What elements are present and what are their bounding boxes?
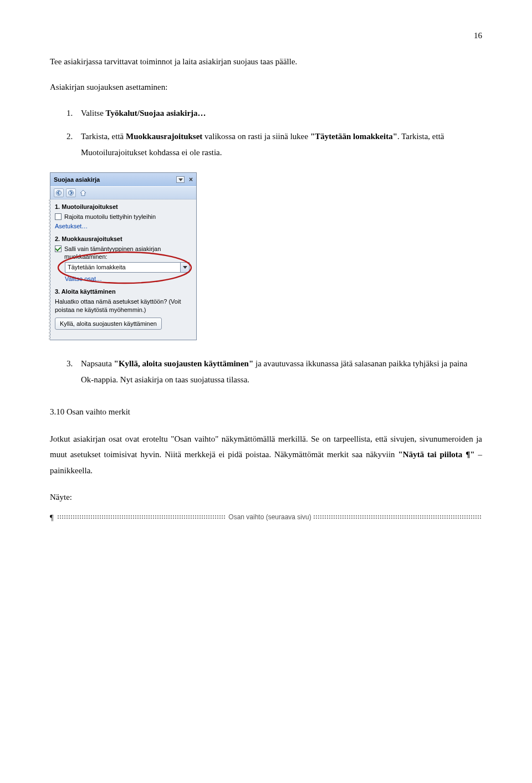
page-number: 16 (50, 28, 482, 44)
checkbox-restrict-formatting[interactable]: Rajoita muotoilu tiettyihin tyyleihin (55, 213, 192, 221)
text-bold: Muokkausrajoitukset (126, 132, 202, 141)
figure-taskpane: Suojaa asiakirja × 1. Muotoilurajoitukse… (50, 172, 482, 340)
combobox-value: Täytetään lomakkeita (68, 263, 126, 272)
text: Valitse (81, 109, 106, 117)
section-break-label: Osan vaihto (seuraava sivu) (226, 511, 313, 524)
pilcrow-icon: ¶ (50, 511, 53, 526)
paragraph-subheading: Asiakirjan suojauksen asettaminen: (50, 79, 482, 95)
checkbox-unchecked-icon (55, 213, 62, 220)
list-item-1: 1. Valitse Työkalut/Suojaa asiakirja… (50, 105, 482, 121)
checkbox-checked-icon (55, 245, 62, 252)
section-3-text: Haluatko ottaa nämä asetukset käyttöön? … (55, 298, 192, 314)
section-3: 3. Aloita käyttäminen Haluatko ottaa näm… (55, 288, 192, 330)
section-2-heading: 2. Muokkausrajoitukset (55, 235, 192, 243)
pane-nav (50, 186, 196, 199)
checkbox-label: Salli vain tämäntyyppinen asiakirjan muo… (64, 245, 192, 262)
start-enforcing-button[interactable]: Kyllä, aloita suojausten käyttäminen (55, 318, 162, 330)
section-break-dots-right (314, 515, 482, 519)
text: valikossa on rasti ja siinä lukee (202, 132, 310, 141)
ordered-list-1: 1. Valitse Työkalut/Suojaa asiakirja… 2.… (50, 105, 482, 161)
list-item-3: 3. Napsauta "Kyllä, aloita suojausten kä… (50, 356, 482, 387)
link-select-sections[interactable]: Valitse osat… (65, 275, 192, 283)
list-number: 1. (66, 105, 81, 121)
ordered-list-2: 3. Napsauta "Kyllä, aloita suojausten kä… (50, 356, 482, 387)
close-icon[interactable]: × (189, 175, 193, 184)
list-body: Napsauta "Kyllä, aloita suojausten käytt… (81, 356, 482, 387)
nav-back-button[interactable] (54, 188, 64, 197)
paragraph-section-breaks: Jotkut asiakirjan osat ovat eroteltu "Os… (50, 431, 482, 479)
chevron-down-icon (180, 263, 189, 272)
sample-label: Näyte: (50, 489, 482, 505)
text: Napsauta (81, 359, 114, 368)
text-bold: "Kyllä, aloita suojausten käyttäminen" (114, 359, 254, 368)
section-break-sample: ¶ Osan vaihto (seuraava sivu) (50, 511, 482, 523)
pane-body: 1. Muotoilurajoitukset Rajoita muotoilu … (49, 199, 196, 340)
section-3-heading: 3. Aloita käyttäminen (55, 288, 192, 296)
svg-point-0 (57, 191, 62, 196)
list-number: 3. (66, 356, 81, 387)
editing-type-combobox[interactable]: Täytetään lomakkeita (65, 262, 190, 273)
nav-forward-button[interactable] (66, 188, 76, 197)
link-settings[interactable]: Asetukset… (55, 222, 192, 231)
section-1: 1. Muotoilurajoitukset Rajoita muotoilu … (55, 203, 192, 231)
section-1-heading: 1. Muotoilurajoitukset (55, 203, 192, 211)
text: Tarkista, että (81, 132, 126, 141)
list-number: 2. (66, 129, 81, 160)
pane-title-label: Suojaa asiakirja (54, 176, 100, 184)
list-body: Valitse Työkalut/Suojaa asiakirja… (81, 105, 482, 121)
nav-home-icon[interactable] (78, 188, 88, 197)
checkbox-allow-editing[interactable]: Salli vain tämäntyyppinen asiakirjan muo… (55, 245, 192, 262)
paragraph-intro: Tee asiakirjassa tarvittavat toiminnot j… (50, 54, 482, 70)
list-body: Tarkista, että Muokkausrajoitukset valik… (81, 129, 482, 160)
heading-3-10: 3.10 Osan vaihto merkit (50, 404, 482, 420)
section-break-dots-left (58, 515, 226, 519)
text-bold: "Näytä tai piilota ¶" (398, 450, 474, 459)
dropdown-icon[interactable] (176, 176, 185, 183)
text-bold: "Täytetään lomakkeita" (310, 132, 397, 141)
protect-document-pane: Suojaa asiakirja × 1. Muotoilurajoitukse… (50, 172, 197, 340)
pane-titlebar: Suojaa asiakirja × (50, 173, 196, 186)
text-bold: Työkalut/Suojaa asiakirja… (106, 109, 206, 117)
checkbox-label: Rajoita muotoilu tiettyihin tyyleihin (64, 213, 156, 221)
svg-point-1 (69, 191, 74, 196)
section-2: 2. Muokkausrajoitukset Salli vain tämänt… (55, 235, 192, 283)
list-item-2: 2. Tarkista, että Muokkausrajoitukset va… (50, 129, 482, 160)
